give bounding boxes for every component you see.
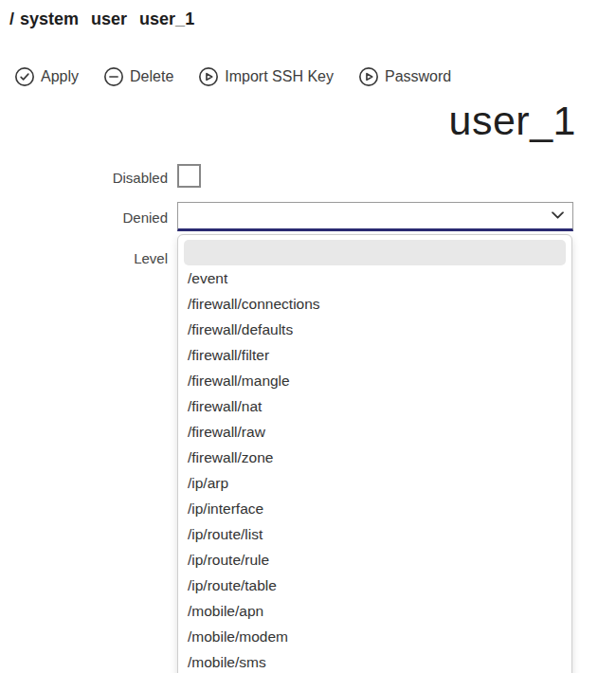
- dropdown-option[interactable]: /firewall/nat: [178, 393, 571, 419]
- breadcrumb-segment[interactable]: /: [9, 9, 14, 29]
- check-circle-icon: [14, 66, 35, 87]
- denied-label: Denied: [0, 209, 168, 226]
- level-label: Level: [0, 250, 168, 266]
- dropdown-option[interactable]: /mobile/apn: [178, 598, 571, 624]
- chevron-down-icon: [552, 211, 564, 219]
- play-circle-icon: [198, 66, 219, 87]
- dropdown-option[interactable]: /mobile/modem: [178, 624, 571, 649]
- dropdown-option[interactable]: /firewall/defaults: [178, 317, 571, 342]
- breadcrumb-segment[interactable]: system: [20, 9, 79, 29]
- denied-select[interactable]: [177, 202, 573, 231]
- breadcrumb-segment[interactable]: user: [91, 9, 127, 29]
- dropdown-option[interactable]: /event: [178, 265, 571, 291]
- dropdown-option[interactable]: /ip/route/list: [178, 521, 571, 547]
- toolbar-button[interactable]: Delete: [103, 66, 173, 87]
- breadcrumb-segment[interactable]: user_1: [139, 9, 194, 29]
- dropdown-option[interactable]: /firewall/raw: [178, 419, 571, 445]
- dropdown-option[interactable]: /firewall/filter: [178, 342, 571, 368]
- user-settings-page: / system user user_1 Apply: [0, 0, 616, 673]
- dropdown-option[interactable]: /firewall/zone: [178, 445, 571, 470]
- dropdown-option[interactable]: /mobile/sms: [178, 649, 571, 673]
- toolbar-button[interactable]: Import SSH Key: [198, 66, 334, 87]
- dropdown-option[interactable]: /ip/arp: [178, 470, 571, 496]
- toolbar-button[interactable]: Apply: [14, 66, 79, 87]
- dropdown-option[interactable]: [184, 240, 566, 265]
- play-circle-icon: [358, 66, 379, 87]
- dropdown-option[interactable]: /ip/route/rule: [178, 547, 571, 573]
- toolbar-button-label: Delete: [130, 68, 173, 85]
- page-title: user_1: [0, 98, 576, 144]
- disabled-checkbox[interactable]: [177, 164, 201, 188]
- dropdown-option[interactable]: /firewall/mangle: [178, 368, 571, 393]
- breadcrumb: / system user user_1: [9, 9, 194, 29]
- toolbar-button-label: Import SSH Key: [225, 68, 334, 85]
- toolbar: Apply Delete Import SSH Key: [14, 65, 451, 88]
- toolbar-button-label: Password: [385, 68, 451, 85]
- dropdown-option[interactable]: /ip/interface: [178, 496, 571, 521]
- dropdown-option[interactable]: /firewall/connections: [178, 291, 571, 317]
- denied-dropdown-list: /event /firewall/connections /firewall/d…: [177, 234, 572, 673]
- minus-circle-icon: [103, 66, 124, 87]
- disabled-label: Disabled: [0, 170, 168, 186]
- dropdown-option[interactable]: /ip/route/table: [178, 573, 571, 598]
- toolbar-button-label: Apply: [41, 68, 79, 85]
- denied-select-value: [178, 203, 572, 228]
- toolbar-button[interactable]: Password: [358, 66, 451, 87]
